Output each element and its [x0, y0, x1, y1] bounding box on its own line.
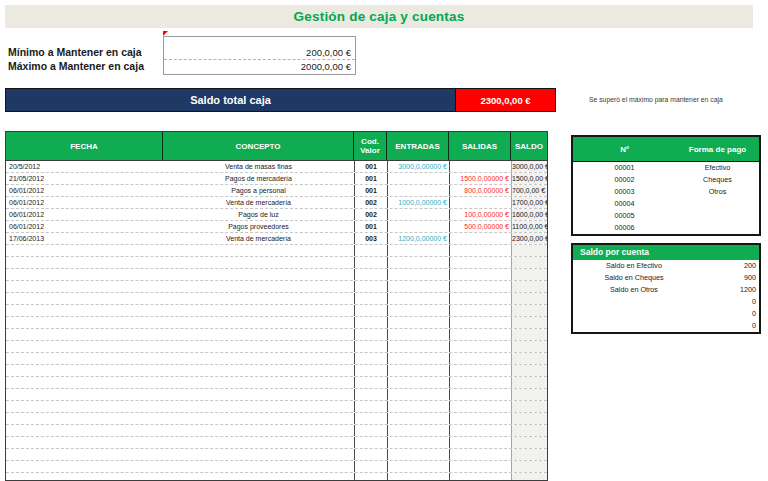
table-row[interactable]: 0 — [573, 308, 759, 320]
cell-balance-value[interactable]: 200 — [695, 260, 759, 272]
cell-saldo[interactable] — [511, 425, 547, 436]
table-row[interactable] — [6, 413, 547, 425]
cell-fecha[interactable]: 06/01/2012 — [6, 209, 163, 220]
cell-fecha[interactable] — [6, 413, 163, 424]
cell-saldo[interactable] — [511, 293, 547, 304]
cell-numero[interactable]: 00001 — [573, 162, 676, 174]
cell-concepto[interactable] — [163, 329, 354, 340]
cell-fecha[interactable]: 06/01/2012 — [6, 221, 163, 232]
cell-fecha[interactable]: 06/01/2012 — [6, 197, 163, 208]
cell-entradas[interactable] — [387, 269, 449, 280]
cell-salidas[interactable] — [449, 281, 511, 292]
cell-salidas[interactable] — [449, 317, 511, 328]
cell-concepto[interactable] — [163, 365, 354, 376]
table-row[interactable] — [6, 293, 547, 305]
cell-forma[interactable]: Otros — [676, 186, 759, 198]
table-row[interactable]: 17/06/2013 Venta de mercadería 003 1200,… — [6, 233, 547, 245]
cell-cod-valor[interactable]: 001 — [354, 221, 387, 232]
cell-fecha[interactable]: 06/01/2012 — [6, 185, 163, 196]
table-row[interactable] — [6, 281, 547, 293]
cell-entradas[interactable] — [387, 221, 449, 232]
cell-entradas[interactable]: 1200,0,00000 € — [387, 233, 449, 244]
cell-saldo[interactable] — [511, 305, 547, 316]
cell-forma[interactable] — [676, 210, 759, 222]
cell-entradas[interactable] — [387, 449, 449, 460]
cell-salidas[interactable]: 800,0,00000 € — [449, 185, 511, 196]
cell-fecha[interactable] — [6, 449, 163, 460]
cell-salidas[interactable] — [449, 389, 511, 400]
table-row[interactable] — [6, 317, 547, 329]
cell-salidas[interactable] — [449, 365, 511, 376]
table-row[interactable] — [6, 473, 547, 481]
cell-fecha[interactable] — [6, 245, 163, 256]
header-numero[interactable]: Nº — [573, 137, 676, 161]
cell-cod-valor[interactable] — [354, 245, 387, 256]
cell-saldo[interactable] — [511, 473, 547, 481]
table-row[interactable]: 06/01/2012 Pagos proveedores 001 500,0,0… — [6, 221, 547, 233]
cell-cod-valor[interactable] — [354, 449, 387, 460]
cell-concepto[interactable] — [163, 269, 354, 280]
cell-fecha[interactable]: 20/5/2012 — [6, 161, 163, 172]
cell-concepto[interactable] — [163, 305, 354, 316]
cell-fecha[interactable] — [6, 269, 163, 280]
cell-entradas[interactable]: 3000,0,00000 € — [387, 161, 449, 172]
cell-fecha[interactable] — [6, 365, 163, 376]
cell-entradas[interactable] — [387, 377, 449, 388]
cell-entradas[interactable] — [387, 353, 449, 364]
cell-salidas[interactable] — [449, 461, 511, 472]
cell-cod-valor[interactable]: 003 — [354, 233, 387, 244]
cell-entradas[interactable] — [387, 209, 449, 220]
cell-concepto[interactable] — [163, 257, 354, 268]
cell-entradas[interactable] — [387, 437, 449, 448]
cell-salidas[interactable] — [449, 305, 511, 316]
cell-balance-value[interactable]: 1200 — [695, 284, 759, 296]
cell-entradas[interactable]: 1000,0,00000 € — [387, 197, 449, 208]
cell-entradas[interactable] — [387, 245, 449, 256]
cell-salidas[interactable] — [449, 197, 511, 208]
cell-concepto[interactable] — [163, 425, 354, 436]
table-row[interactable]: 00001 Efectivo — [573, 162, 759, 174]
cell-salidas[interactable] — [449, 401, 511, 412]
cell-numero[interactable]: 00005 — [573, 210, 676, 222]
cell-cod-valor[interactable] — [354, 305, 387, 316]
cell-concepto[interactable] — [163, 245, 354, 256]
cell-concepto[interactable] — [163, 341, 354, 352]
cell-saldo[interactable] — [511, 257, 547, 268]
cell-salidas[interactable] — [449, 161, 511, 172]
cell-cod-valor[interactable]: 001 — [354, 161, 387, 172]
header-cod-valor[interactable]: Cod. Valor — [354, 132, 387, 160]
cell-numero[interactable]: 00003 — [573, 186, 676, 198]
cell-salidas[interactable] — [449, 353, 511, 364]
header-salidas[interactable]: SALIDAS — [449, 132, 511, 160]
cell-concepto[interactable] — [163, 449, 354, 460]
table-row[interactable] — [6, 449, 547, 461]
cell-entradas[interactable] — [387, 305, 449, 316]
cell-cod-valor[interactable] — [354, 389, 387, 400]
cell-cod-valor[interactable]: 001 — [354, 185, 387, 196]
header-concepto[interactable]: CONCEPTO — [163, 132, 354, 160]
cell-salidas[interactable] — [449, 437, 511, 448]
cell-entradas[interactable] — [387, 425, 449, 436]
cell-fecha[interactable] — [6, 425, 163, 436]
cell-saldo[interactable]: 3000,0,00 € — [511, 161, 547, 172]
cell-cod-valor[interactable] — [354, 473, 387, 481]
cell-saldo[interactable] — [511, 317, 547, 328]
cell-balance-label[interactable]: Saldo en Otros — [573, 284, 695, 296]
cell-cod-valor[interactable] — [354, 329, 387, 340]
cell-concepto[interactable]: Venta de masas finas — [163, 161, 354, 172]
cell-concepto[interactable] — [163, 281, 354, 292]
table-row[interactable] — [6, 425, 547, 437]
cell-entradas[interactable] — [387, 293, 449, 304]
cell-salidas[interactable]: 100,0,00000 € — [449, 209, 511, 220]
cell-entradas[interactable] — [387, 389, 449, 400]
cell-cod-valor[interactable]: 002 — [354, 197, 387, 208]
cell-salidas[interactable] — [449, 257, 511, 268]
table-row[interactable] — [6, 329, 547, 341]
cell-fecha[interactable] — [6, 281, 163, 292]
cell-entradas[interactable] — [387, 461, 449, 472]
cell-cod-valor[interactable] — [354, 317, 387, 328]
cell-numero[interactable]: 00006 — [573, 222, 676, 234]
cell-entradas[interactable] — [387, 281, 449, 292]
cell-salidas[interactable]: 500,0,00000 € — [449, 221, 511, 232]
cell-saldo[interactable] — [511, 365, 547, 376]
